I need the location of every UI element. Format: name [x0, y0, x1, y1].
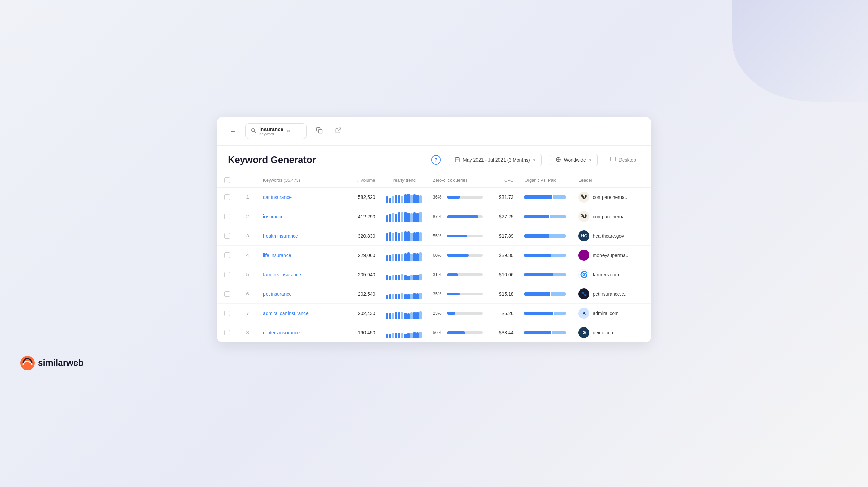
leader-name: farmers.com	[593, 272, 619, 277]
trend-bar	[401, 274, 403, 280]
row-zero-click: 36%	[427, 187, 488, 207]
date-range-arrow: ▼	[533, 158, 536, 162]
row-cpc: $39.80	[488, 245, 519, 265]
table-row: 1car insurance582,520 36% $31.73 🐿 compa…	[217, 187, 651, 207]
device-filter[interactable]: Desktop	[606, 154, 640, 166]
row-keyword[interactable]: health insurance	[258, 226, 343, 245]
row-cpc: $17.89	[488, 226, 519, 245]
zcq-bar-fill	[447, 312, 455, 315]
clone-button[interactable]	[313, 125, 326, 137]
zcq-bar-fill	[447, 273, 458, 276]
trend-bar	[413, 293, 416, 299]
row-num: 7	[237, 303, 258, 323]
top-bar: ← insurance Keyword ✏	[217, 117, 651, 146]
trend-bar	[395, 294, 397, 299]
row-checkbox[interactable]	[224, 214, 230, 219]
trend-bar	[419, 332, 422, 338]
edit-icon[interactable]: ✏	[287, 128, 291, 134]
th-volume: ↓Volume	[343, 173, 380, 187]
row-checkbox[interactable]	[224, 311, 230, 316]
trend-bar	[404, 212, 407, 222]
search-icon	[251, 128, 256, 134]
trend-bar	[404, 313, 407, 319]
svg-rect-2	[319, 129, 322, 133]
trend-bar	[413, 332, 416, 338]
sort-icon: ↓	[357, 177, 359, 183]
leader-avatar: HC	[578, 230, 589, 241]
trend-bar	[392, 275, 394, 280]
keyword-link[interactable]: insurance	[263, 214, 284, 219]
trend-bar	[392, 313, 394, 319]
trend-bar	[386, 295, 388, 299]
row-checkbox-cell	[217, 284, 237, 303]
ovp-bar	[524, 331, 568, 334]
keyword-link[interactable]: car insurance	[263, 194, 292, 200]
table-row: 8renters insurance190,450 50% $38.44 G g…	[217, 323, 651, 342]
row-keyword[interactable]: farmers insurance	[258, 265, 343, 284]
row-volume: 202,430	[343, 303, 380, 323]
row-volume: 205,940	[343, 265, 380, 284]
keyword-link[interactable]: renters insurance	[263, 330, 300, 335]
row-keyword[interactable]: insurance	[258, 207, 343, 226]
row-checkbox-cell	[217, 226, 237, 245]
location-filter[interactable]: Worldwide ▼	[550, 154, 598, 166]
zcq-bar-bg	[447, 235, 483, 237]
row-volume: 412,290	[343, 207, 380, 226]
svg-rect-9	[610, 157, 615, 161]
help-icon[interactable]: ?	[431, 155, 441, 165]
trend-bar	[398, 212, 400, 222]
keywords-table: Keywords (35,473) ↓Volume Yearly trend Z…	[217, 173, 651, 342]
trend-bar	[389, 276, 391, 280]
row-volume: 202,540	[343, 284, 380, 303]
keyword-link[interactable]: health insurance	[263, 233, 298, 239]
row-num: 3	[237, 226, 258, 245]
leader-avatar	[578, 250, 589, 261]
row-trend	[380, 226, 427, 245]
row-checkbox-cell	[217, 245, 237, 265]
row-keyword[interactable]: admiral car insurance	[258, 303, 343, 323]
trend-bar	[413, 212, 416, 222]
ovp-bar	[524, 292, 568, 296]
ovp-bar	[524, 234, 568, 238]
row-trend	[380, 207, 427, 226]
trend-bar	[389, 232, 391, 241]
select-all-checkbox[interactable]	[224, 177, 230, 183]
zcq-bar-bg	[447, 293, 483, 295]
zcq-percent: 55%	[433, 233, 443, 238]
keyword-link[interactable]: life insurance	[263, 252, 291, 258]
zcq-bar-fill	[447, 293, 459, 295]
export-button[interactable]	[332, 125, 344, 137]
row-checkbox[interactable]	[224, 252, 230, 258]
row-keyword[interactable]: life insurance	[258, 245, 343, 265]
trend-bar	[410, 195, 413, 203]
row-checkbox[interactable]	[224, 272, 230, 277]
date-range-filter[interactable]: May 2021 - Jul 2021 (3 Months) ▼	[449, 154, 542, 166]
search-chip: insurance Keyword ✏	[245, 123, 307, 139]
back-button[interactable]: ←	[226, 126, 239, 136]
keyword-link[interactable]: pet insurance	[263, 291, 292, 297]
trend-bar	[395, 195, 397, 202]
th-organic-paid: Organic vs. Paid	[519, 173, 573, 187]
row-keyword[interactable]: pet insurance	[258, 284, 343, 303]
zcq-bar-bg	[447, 215, 483, 218]
zcq-bar-bg	[447, 196, 483, 199]
trend-bar	[416, 312, 419, 318]
svg-line-1	[254, 131, 256, 133]
keyword-link[interactable]: admiral car insurance	[263, 311, 309, 316]
trend-bar	[407, 231, 410, 241]
leader-avatar: 🐿	[578, 211, 589, 222]
row-checkbox[interactable]	[224, 194, 230, 200]
row-trend	[380, 303, 427, 323]
trend-bar	[410, 213, 413, 222]
trend-bar	[407, 333, 410, 338]
trend-bar	[413, 232, 416, 241]
row-trend	[380, 245, 427, 265]
row-checkbox[interactable]	[224, 233, 230, 239]
th-yearly-trend: Yearly trend	[380, 173, 427, 187]
row-keyword[interactable]: car insurance	[258, 187, 343, 207]
row-checkbox[interactable]	[224, 330, 230, 335]
keyword-link[interactable]: farmers insurance	[263, 272, 301, 277]
row-checkbox[interactable]	[224, 291, 230, 297]
row-organic-paid	[519, 207, 573, 226]
row-keyword[interactable]: renters insurance	[258, 323, 343, 342]
